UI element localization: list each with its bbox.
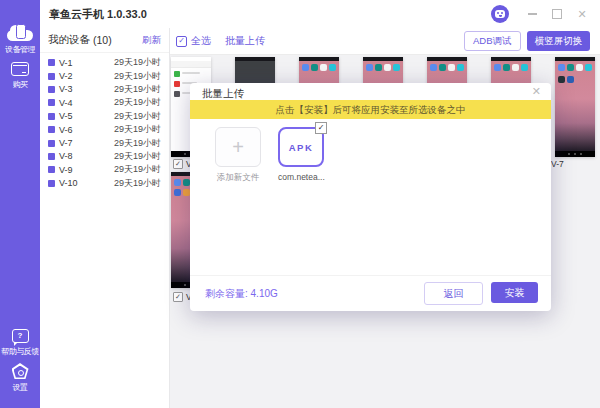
device-checkbox[interactable]: ✓ [173,292,183,302]
sidebar-item-help-feedback[interactable]: ? 帮助与反馈 [0,329,40,357]
device-name: V-5 [59,111,73,121]
select-all-label[interactable]: 全选 [191,34,211,48]
device-remaining-time: 29天19小时 [114,150,161,163]
adb-debug-button[interactable]: ADB调试 [464,31,521,51]
device-swatch-icon [48,140,55,147]
device-list-item[interactable]: V-3 29天19小时 [40,83,169,96]
device-remaining-time: 29天19小时 [114,163,161,176]
device-swatch-icon [48,99,55,106]
orientation-switch-button[interactable]: 横竖屏切换 [527,31,591,51]
refresh-link[interactable]: 刷新 [142,34,161,47]
device-checkbox[interactable]: ✓ [173,159,183,169]
device-panel: 我的设备 (10) 刷新 V-1 29天19小时 V-2 29天19小时 [40,28,170,408]
batch-upload-link[interactable]: 批量上传 [225,34,265,48]
device-swatch-icon [48,166,55,173]
device-name: V-2 [59,71,73,81]
modal-close-icon[interactable]: ✕ [532,85,541,98]
device-remaining-time: 29天19小时 [114,83,161,96]
batch-upload-modal: 批量上传 ✕ 点击【安装】后可将应用安装至所选设备之中 + APK ✓ 添加新文… [190,83,551,311]
device-panel-header: 我的设备 (10) 刷新 [40,28,169,53]
device-name: V-8 [59,151,73,161]
cloud-phone-icon [7,24,33,41]
device-swatch-icon [48,73,55,80]
modal-title: 批量上传 [202,87,244,101]
sidebar-item-device-management[interactable]: 设备管理 [0,24,40,55]
device-name: V-3 [59,84,73,94]
capacity-label: 剩余容量: [205,288,248,299]
capacity-value: 4.10G [251,288,278,299]
device-name: V-4 [59,98,73,108]
sidebar: 设备管理 购买 ? 帮助与反馈 设置 [0,0,40,408]
sidebar-item-label: 设备管理 [0,44,40,55]
apk-file-name: com.netea... [278,172,324,182]
device-swatch-icon [48,180,55,187]
titlebar-controls: ✕ [491,0,588,28]
device-swatch-icon [48,153,55,160]
sidebar-item-settings[interactable]: 设置 [0,363,40,393]
maximize-button[interactable] [551,7,563,21]
add-file-tile[interactable]: + [215,127,261,167]
device-list-item[interactable]: V-6 29天19小时 [40,123,169,136]
device-swatch-icon [48,86,55,93]
apk-badge: APK [289,142,314,153]
toolbar: ✓ 全选 批量上传 ADB调试 横竖屏切换 [170,28,600,55]
plus-icon: + [232,136,244,159]
device-swatch-icon [48,126,55,133]
device-name: V-6 [59,125,73,135]
device-name: V-1 [59,58,73,68]
back-button[interactable]: 返回 [424,282,483,305]
device-list: V-1 29天19小时 V-2 29天19小时 V-3 29天19小时 [40,53,169,190]
device-list-item[interactable]: V-8 29天19小时 [40,150,169,163]
close-icon: ✕ [577,9,586,20]
device-name: V-7 [551,159,564,169]
help-icon: ? [12,329,29,343]
sidebar-item-buy[interactable]: 购买 [0,62,40,90]
apk-checkbox[interactable]: ✓ [315,122,327,134]
add-file-label: 添加新文件 [215,172,261,184]
device-list-item[interactable]: V-9 29天19小时 [40,163,169,176]
device-remaining-time: 29天19小时 [114,123,161,136]
device-remaining-time: 29天19小时 [114,56,161,69]
device-list-item[interactable]: V-7 29天19小时 [40,136,169,149]
user-avatar[interactable] [491,5,509,23]
device-name: V-9 [59,165,73,175]
modal-footer: 剩余容量: 4.10G 返回 安装 [190,275,551,311]
device-swatch-icon [48,59,55,66]
select-all-checkbox[interactable]: ✓ [176,36,187,47]
device-name: V-7 [59,138,73,148]
maximize-icon [552,9,562,19]
device-list-item[interactable]: V-10 29天19小时 [40,177,169,190]
device-remaining-time: 29天19小时 [114,96,161,109]
device-remaining-time: 29天19小时 [114,110,161,123]
apk-file-tile[interactable]: APK ✓ [278,127,324,167]
device-count: (10) [93,34,112,46]
wallet-icon [11,62,29,76]
device-name: V-10 [59,178,78,188]
sidebar-item-label: 帮助与反馈 [0,346,40,357]
settings-icon [12,363,29,379]
sidebar-item-label: 设置 [0,382,40,393]
sidebar-item-label: 购买 [0,79,40,90]
device-list-item[interactable]: V-4 29天19小时 [40,96,169,109]
device-list-item[interactable]: V-5 29天19小时 [40,110,169,123]
minimize-icon [528,13,537,15]
device-thumbnail[interactable] [555,57,595,157]
install-button[interactable]: 安装 [491,282,538,303]
app-title: 章鱼云手机 1.0.33.0 [49,0,147,28]
titlebar: 章鱼云手机 1.0.33.0 ✕ [40,0,600,29]
install-notice: 点击【安装】后可将应用安装至所选设备之中 [190,100,551,119]
device-remaining-time: 29天19小时 [114,137,161,150]
device-panel-title: 我的设备 [48,33,90,47]
device-remaining-time: 29天19小时 [114,70,161,83]
device-list-item[interactable]: V-1 29天19小时 [40,56,169,69]
device-remaining-time: 29天19小时 [114,177,161,190]
close-window-button[interactable]: ✕ [576,7,588,21]
minimize-button[interactable] [526,7,538,21]
device-list-item[interactable]: V-2 29天19小时 [40,69,169,82]
app-window: 设备管理 购买 ? 帮助与反馈 设置 章鱼云手机 1.0.33.0 ✕ ✓ 全选 [0,0,600,408]
device-swatch-icon [48,113,55,120]
